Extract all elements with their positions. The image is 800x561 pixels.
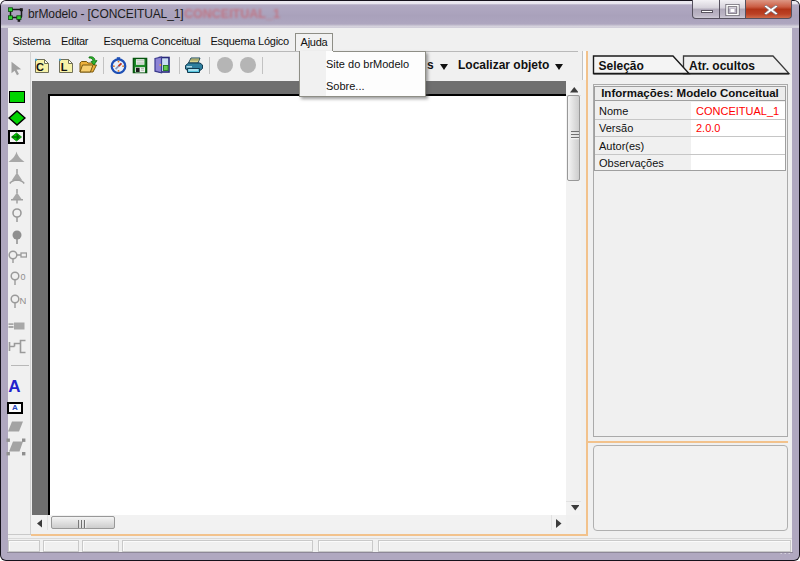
svg-text:L: L bbox=[60, 61, 67, 73]
svg-text:0: 0 bbox=[20, 272, 25, 282]
svg-text:N: N bbox=[19, 295, 26, 306]
svg-text:C: C bbox=[36, 61, 44, 73]
